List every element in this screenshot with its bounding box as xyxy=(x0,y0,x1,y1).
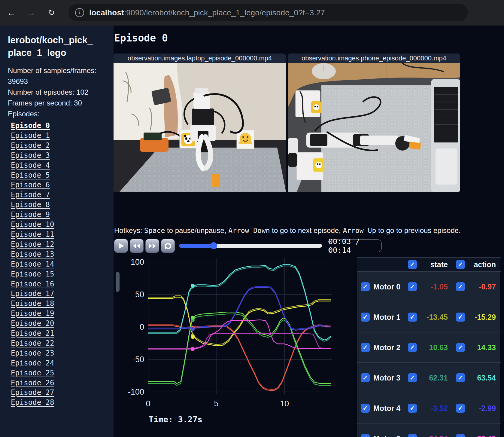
checkbox[interactable]: ✓ xyxy=(408,373,417,382)
svg-text:-100: -100 xyxy=(128,387,144,396)
episode-link[interactable]: Episode 10 xyxy=(11,220,107,230)
episode-link[interactable]: Episode 17 xyxy=(11,289,107,299)
episode-link[interactable]: Episode 27 xyxy=(11,388,107,398)
checkbox[interactable]: ✓ xyxy=(456,313,465,322)
episode-link[interactable]: Episode 0 xyxy=(11,121,107,131)
motor-name: Motor 5 xyxy=(373,434,400,437)
url-text[interactable]: localhost:9090/lerobot/koch_pick_place_1… xyxy=(89,8,325,17)
hotkeys-segment: Space xyxy=(144,227,165,234)
episode-link[interactable]: Episode 16 xyxy=(11,279,107,289)
motor-action-value: 14.33 xyxy=(477,343,500,352)
checkbox[interactable]: ✓ xyxy=(361,343,370,352)
svg-text:5: 5 xyxy=(214,399,218,408)
motor-action-cell: ✓63.54 xyxy=(452,363,500,393)
url-bar[interactable]: i localhost:9090/lerobot/koch_pick_place… xyxy=(68,4,468,21)
hotkeys-segment: Hotkeys: xyxy=(114,226,144,234)
reload-icon[interactable]: ↻ xyxy=(44,5,59,20)
episode-link[interactable]: Episode 6 xyxy=(11,180,107,190)
episode-link[interactable]: Episode 24 xyxy=(11,358,107,368)
checkbox[interactable]: ✓ xyxy=(456,404,465,413)
motor-name: Motor 3 xyxy=(373,374,400,382)
episode-link[interactable]: Episode 26 xyxy=(11,378,107,388)
episode-link[interactable]: Episode 21 xyxy=(11,329,107,338)
motor-state-cell: ✓10.63 xyxy=(404,332,452,362)
hotkeys-segment: Arrow Up xyxy=(343,227,376,234)
motor-state-value: -3.52 xyxy=(431,404,452,413)
episode-link[interactable]: Episode 23 xyxy=(11,348,107,358)
motor-state-value: 62.31 xyxy=(429,374,452,382)
hotkeys-segment: to go to previous episode. xyxy=(376,226,461,234)
lego-brick xyxy=(212,174,220,187)
episode-link[interactable]: Episode 12 xyxy=(11,240,107,249)
motor-state-value: -34.54 xyxy=(427,434,452,437)
motor-state-value: 10.63 xyxy=(429,343,452,352)
lerobot-dataset-visualizer: ← → ↻ i localhost:9090/lerobot/koch_pick… xyxy=(0,0,504,437)
motor-state-cell: ✓-13.45 xyxy=(404,302,452,332)
episode-link[interactable]: Episode 15 xyxy=(11,269,107,279)
episode-link[interactable]: Episode 7 xyxy=(11,190,107,200)
checkbox[interactable]: ✓ xyxy=(408,260,417,269)
episode-link[interactable]: Episode 5 xyxy=(11,170,107,180)
checkbox[interactable]: ✓ xyxy=(456,282,465,291)
episode-link[interactable]: Episode 28 xyxy=(11,398,107,408)
checkbox[interactable]: ✓ xyxy=(361,313,370,322)
motor-action-value: 63.54 xyxy=(477,374,500,382)
motor-action-value: -2.99 xyxy=(479,404,500,413)
table-header-row: ✓state✓action xyxy=(357,258,501,271)
motor-state-value: -1.05 xyxy=(431,283,452,291)
checkbox[interactable]: ✓ xyxy=(408,313,417,322)
episode-link[interactable]: Episode 22 xyxy=(11,338,107,348)
site-info-icon[interactable]: i xyxy=(75,8,84,17)
episode-link[interactable]: Episode 11 xyxy=(11,230,107,240)
svg-text:100: 100 xyxy=(131,258,144,267)
episode-link[interactable]: Episode 13 xyxy=(11,249,107,259)
episode-link[interactable]: Episode 25 xyxy=(11,368,107,378)
motor-state-cell: ✓-34.54 xyxy=(404,423,452,437)
episode-link[interactable]: Episode 18 xyxy=(11,299,107,309)
sidebar: lerobot/koch_pick_place_1_lego Number of… xyxy=(0,26,114,437)
forward-icon[interactable]: → xyxy=(24,5,38,20)
checkbox[interactable]: ✓ xyxy=(408,343,417,352)
checkbox[interactable]: ✓ xyxy=(408,404,417,413)
checkbox[interactable]: ✓ xyxy=(456,373,465,382)
motor-action-value: -15.29 xyxy=(475,313,500,322)
episode-link[interactable]: Episode 19 xyxy=(11,309,107,319)
checkbox[interactable]: ✓ xyxy=(361,404,370,413)
svg-text:10: 10 xyxy=(280,399,289,408)
checkbox[interactable]: ✓ xyxy=(361,373,370,382)
checkbox[interactable]: ✓ xyxy=(408,282,417,291)
motor-action-value: -33.49 xyxy=(475,434,500,437)
motor-action-cell: ✓-33.49 xyxy=(452,423,500,437)
episode-link[interactable]: Episode 4 xyxy=(11,160,107,170)
episode-link[interactable]: Episode 1 xyxy=(11,131,107,141)
checkbox[interactable]: ✓ xyxy=(456,434,465,437)
motor-chart[interactable]: 100500-50-1000510 xyxy=(118,240,334,421)
episode-link[interactable]: Episode 14 xyxy=(11,259,107,269)
time-display: 00:03 / 00:14 xyxy=(328,240,381,252)
main-content: Episode 0 observation.images.laptop_epis… xyxy=(114,26,504,437)
episode-link[interactable]: Episode 3 xyxy=(11,151,107,160)
motor-row: ✓Motor 4✓-3.52✓-2.99 xyxy=(357,393,501,423)
motor-action-cell: ✓-0.97 xyxy=(452,272,500,302)
phone-camera-frame xyxy=(288,63,460,192)
episode-link[interactable]: Episode 2 xyxy=(11,141,107,151)
video-panel-laptop[interactable]: observation.images.laptop_episode_000000… xyxy=(114,53,286,192)
back-icon[interactable]: ← xyxy=(4,5,19,20)
episode-link[interactable]: Episode 8 xyxy=(11,200,107,210)
checkbox[interactable]: ✓ xyxy=(361,434,370,437)
episode-link[interactable]: Episode 9 xyxy=(11,210,107,220)
episode-link[interactable]: Episode 20 xyxy=(11,319,107,329)
checkbox[interactable]: ✓ xyxy=(408,434,417,437)
episodes-label: Episodes: xyxy=(8,108,104,119)
motor-state-cell: ✓-3.52 xyxy=(404,393,452,423)
video-caption-laptop: observation.images.laptop_episode_000000… xyxy=(114,53,286,63)
checkbox[interactable]: ✓ xyxy=(456,260,465,269)
motor-action-cell: ✓14.33 xyxy=(452,332,500,362)
checkbox[interactable]: ✓ xyxy=(456,343,465,352)
checkbox[interactable]: ✓ xyxy=(361,282,370,291)
motor-action-cell: ✓-2.99 xyxy=(452,393,500,423)
motor-action-value: -0.97 xyxy=(479,283,500,291)
video-panel-phone[interactable]: observation.images.phone_episode_000000.… xyxy=(288,53,460,192)
hugging-face-card xyxy=(237,130,254,149)
laptop-camera-frame xyxy=(114,63,286,192)
